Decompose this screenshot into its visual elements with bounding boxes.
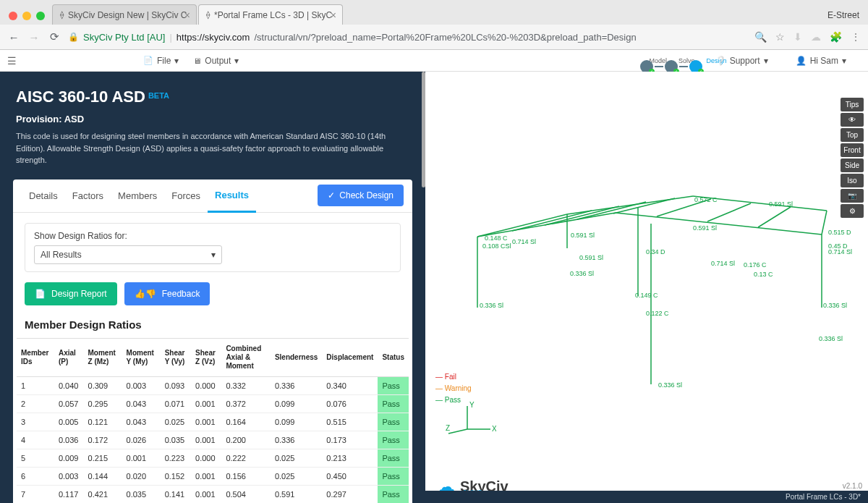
axis-triad: Y X Z — [446, 400, 496, 444]
chevron-down-icon: ▾ — [211, 250, 216, 260]
cell-d: 0.076 — [322, 394, 378, 413]
filter-select[interactable]: All Results ▾ — [34, 245, 222, 264]
back-icon[interactable]: ← — [7, 31, 20, 43]
cell-p: 0.057 — [54, 394, 84, 413]
reload-icon[interactable]: ⟳ — [48, 30, 61, 43]
iso-view-button[interactable]: Iso — [841, 174, 864, 187]
cell-id: 5 — [17, 449, 54, 467]
user-menu[interactable]: 👤 Hi Sam ▾ — [796, 56, 846, 66]
cell-id: 6 — [17, 467, 54, 485]
document-icon: 📄 — [35, 289, 46, 299]
cell-s: 0.025 — [271, 449, 322, 467]
help-icon: ❔ — [715, 56, 726, 66]
cell-mz: 0.121 — [84, 413, 122, 431]
tab-details[interactable]: Details — [22, 180, 65, 211]
feedback-label: Feedback — [162, 289, 200, 299]
menu-icon[interactable]: ⋮ — [851, 31, 861, 43]
viewport-3d[interactable]: 0.336 Sl 0.336 Sl 0.336 Sl 0.714 Sl 0.59… — [425, 72, 868, 503]
maximize-window-icon[interactable] — [36, 12, 45, 20]
mode-model-icon[interactable] — [640, 60, 653, 73]
bookmark-icon[interactable]: ☆ — [775, 31, 785, 43]
settings-button[interactable]: ⚙ — [841, 204, 864, 218]
cell-d: 0.173 — [322, 431, 378, 449]
filter-value: All Results — [41, 250, 82, 260]
tab-factors[interactable]: Factors — [65, 180, 111, 211]
cell-vz: 0.001 — [191, 485, 221, 503]
design-report-button[interactable]: 📄 Design Report — [25, 282, 117, 305]
file-menu[interactable]: 📄 File ▾ — [143, 56, 179, 66]
col-disp: Displacement — [322, 338, 378, 376]
svg-text:0.122 C: 0.122 C — [646, 310, 669, 317]
mode-balls[interactable] — [640, 60, 702, 73]
svg-line-17 — [707, 203, 751, 221]
mode-design-icon[interactable] — [689, 60, 702, 73]
table-row[interactable]: 30.0050.1210.0430.0250.0010.1640.0990.51… — [17, 413, 409, 431]
address-bar[interactable]: 🔒 SkyCiv Pty Ltd [AU] | https://skyciv.c… — [68, 32, 747, 43]
hamburger-icon[interactable]: ☰ — [7, 55, 20, 67]
feedback-button[interactable]: 👍👎 Feedback — [124, 282, 210, 305]
top-view-button[interactable]: Top — [841, 128, 864, 142]
mode-solve-icon[interactable] — [665, 60, 678, 73]
cell-vy: 0.093 — [161, 376, 191, 394]
tab-forces[interactable]: Forces — [164, 180, 208, 211]
download-icon[interactable]: ⬇ — [793, 31, 802, 43]
table-row[interactable]: 10.0400.3090.0030.0930.0000.3320.3360.34… — [17, 376, 409, 394]
cell-my: 0.003 — [122, 376, 161, 394]
tab-results[interactable]: Results — [208, 179, 256, 213]
side-view-button[interactable]: Side — [841, 158, 864, 172]
filter-label: Show Design Ratios for: — [34, 231, 391, 241]
browser-tab-active[interactable]: ⟠ *Portal Frame LCs - 3D | SkyC × — [198, 4, 343, 25]
tab-title: SkyCiv Design New | SkyCiv C — [68, 10, 187, 20]
cell-c: 0.164 — [221, 413, 270, 431]
puzzle-ext-icon[interactable]: 🧩 — [830, 31, 842, 43]
svg-text:Y: Y — [469, 401, 475, 409]
svg-text:0.108 CSl: 0.108 CSl — [482, 242, 511, 250]
check-design-button[interactable]: ✓ Check Design — [318, 185, 404, 206]
support-menu[interactable]: ❔ Support ▾ — [715, 56, 768, 66]
output-menu[interactable]: 🖥 Output ▾ — [193, 56, 239, 66]
results-card: Details Factors Members Forces Results ✓… — [13, 179, 412, 504]
cell-vz: 0.001 — [191, 413, 221, 431]
cell-vz: 0.001 — [191, 431, 221, 449]
close-tab-icon[interactable]: × — [184, 9, 190, 21]
cell-vy: 0.141 — [161, 485, 191, 503]
close-window-icon[interactable] — [9, 12, 17, 20]
screenshot-button[interactable]: 📷 — [841, 189, 864, 203]
cell-p: 0.003 — [54, 467, 84, 485]
table-row[interactable]: 20.0570.2950.0430.0710.0010.3720.0990.07… — [17, 394, 409, 413]
tips-button[interactable]: Tips — [841, 98, 864, 111]
svg-text:0.336 Sl: 0.336 Sl — [819, 335, 843, 342]
legend-warning: — Warning — [435, 383, 472, 394]
svg-text:0.336 Sl: 0.336 Sl — [658, 381, 682, 389]
svg-line-7 — [616, 213, 822, 234]
svg-text:0.336 Sl: 0.336 Sl — [823, 302, 847, 309]
col-status: Status — [378, 338, 409, 376]
url-path: /structural/vn/?preload_name=Portal%20Fr… — [254, 32, 636, 43]
cell-vy: 0.035 — [161, 431, 191, 449]
section-title: Member Design Ratios — [13, 316, 412, 338]
svg-line-12 — [512, 211, 592, 231]
svg-text:0.591 Sl: 0.591 Sl — [693, 224, 717, 232]
window-controls[interactable] — [4, 12, 52, 25]
table-row[interactable]: 40.0360.1720.0260.0350.0010.2000.3360.17… — [17, 431, 409, 449]
cell-mz: 0.295 — [84, 394, 122, 413]
cell-s: 0.591 — [271, 485, 322, 503]
close-tab-icon[interactable]: × — [331, 9, 336, 21]
cloud-ext-icon[interactable]: ☁ — [811, 31, 821, 43]
forward-icon: → — [27, 31, 41, 43]
table-row[interactable]: 60.0030.1440.0200.1520.0010.1560.0250.45… — [17, 467, 409, 485]
table-row[interactable]: 50.0090.2150.0010.2230.0000.2220.0250.21… — [17, 449, 409, 467]
browser-tab[interactable]: ⟠ SkyCiv Design New | SkyCiv C × — [52, 4, 197, 25]
front-view-button[interactable]: Front — [841, 143, 864, 157]
table-row[interactable]: 70.1170.4210.0350.1410.0010.5040.5910.29… — [17, 485, 409, 503]
minimize-window-icon[interactable] — [22, 12, 31, 20]
check-design-label: Check Design — [339, 190, 393, 200]
cell-mz: 0.172 — [84, 431, 122, 449]
cell-vy: 0.223 — [161, 449, 191, 467]
cell-vy: 0.071 — [161, 394, 191, 413]
svg-text:0.591 Sl: 0.591 Sl — [571, 232, 595, 239]
search-icon[interactable]: 🔍 — [754, 31, 767, 43]
visibility-button[interactable]: 👁 — [841, 113, 864, 127]
tab-members[interactable]: Members — [111, 180, 164, 211]
svg-text:0.515 D: 0.515 D — [828, 229, 851, 236]
